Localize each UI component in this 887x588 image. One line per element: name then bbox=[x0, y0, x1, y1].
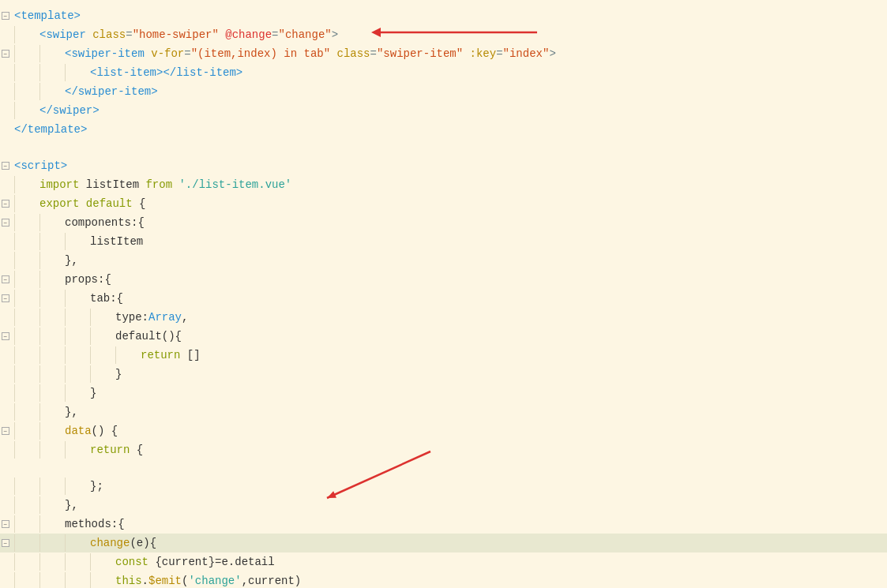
fold-box[interactable]: − bbox=[2, 12, 9, 20]
code-line: −<script> bbox=[0, 156, 887, 175]
fold-gutter[interactable]: − bbox=[0, 275, 11, 283]
code-line: }, bbox=[0, 251, 887, 270]
code-line-content: import listItem from './list-item.vue' bbox=[11, 176, 887, 193]
code-line: }, bbox=[0, 496, 887, 515]
code-line: } bbox=[0, 384, 887, 403]
fold-gutter[interactable]: − bbox=[0, 539, 11, 547]
code-line: <list-item></list-item> bbox=[0, 63, 887, 82]
code-line-content: } bbox=[11, 365, 887, 383]
code-line bbox=[0, 459, 887, 477]
code-line-content: }, bbox=[11, 496, 887, 514]
code-line-content: <template> bbox=[11, 7, 887, 24]
fold-box[interactable]: − bbox=[2, 427, 9, 435]
code-line-content: change(e){ bbox=[11, 534, 887, 552]
code-line: this.$emit('change',current) bbox=[0, 571, 887, 588]
fold-gutter[interactable]: − bbox=[0, 294, 11, 302]
code-line-content: type:Array, bbox=[11, 309, 887, 326]
fold-box[interactable]: − bbox=[2, 539, 9, 547]
fold-box[interactable]: − bbox=[2, 219, 9, 227]
code-line: }, bbox=[0, 403, 887, 421]
fold-gutter[interactable]: − bbox=[0, 427, 11, 435]
code-line: const {current}=e.detail bbox=[0, 552, 887, 571]
fold-gutter[interactable]: − bbox=[0, 520, 11, 528]
code-line: −components:{ bbox=[0, 213, 887, 232]
code-line-content: </template> bbox=[11, 121, 887, 138]
code-line-content: default(){ bbox=[11, 328, 887, 345]
code-line: </template> bbox=[0, 120, 887, 139]
fold-box[interactable]: − bbox=[2, 332, 9, 340]
code-line-content: return { bbox=[11, 441, 887, 459]
code-line-content: tab:{ bbox=[11, 290, 887, 307]
code-line-content: listItem bbox=[11, 233, 887, 250]
code-line: −export default { bbox=[0, 194, 887, 213]
code-line: </swiper> bbox=[0, 101, 887, 120]
code-line-content: components:{ bbox=[11, 214, 887, 231]
code-line-content: </swiper> bbox=[11, 102, 887, 119]
code-line: −methods:{ bbox=[0, 515, 887, 534]
code-line-content: <list-item></list-item> bbox=[11, 64, 887, 81]
code-line: −default(){ bbox=[0, 327, 887, 346]
code-line: −data() { bbox=[0, 421, 887, 440]
fold-gutter[interactable]: − bbox=[0, 219, 11, 227]
code-line: listItem bbox=[0, 232, 887, 251]
fold-box[interactable]: − bbox=[2, 294, 9, 302]
code-line-content: }, bbox=[11, 252, 887, 269]
code-line-content: const {current}=e.detail bbox=[11, 553, 887, 571]
code-line-content: methods:{ bbox=[11, 515, 887, 533]
code-line bbox=[0, 139, 887, 156]
fold-gutter[interactable]: − bbox=[0, 50, 11, 58]
code-line-content: return [] bbox=[11, 346, 887, 364]
code-line: −tab:{ bbox=[0, 289, 887, 308]
code-line: </swiper-item> bbox=[0, 82, 887, 101]
code-line-content: props:{ bbox=[11, 271, 887, 288]
code-line-content: data() { bbox=[11, 422, 887, 440]
fold-gutter[interactable]: − bbox=[0, 12, 11, 20]
code-line: −<swiper-item v-for="(item,index) in tab… bbox=[0, 44, 887, 63]
code-line-content: }; bbox=[11, 478, 887, 495]
code-line: −change(e){ bbox=[0, 534, 887, 552]
code-line-content: export default { bbox=[11, 195, 887, 212]
code-line-content: <swiper-item v-for="(item,index) in tab"… bbox=[11, 45, 887, 62]
fold-gutter[interactable]: − bbox=[0, 200, 11, 208]
code-line-content: <script> bbox=[11, 157, 887, 174]
code-line-content: <swiper class="home-swiper" @change="cha… bbox=[11, 26, 887, 43]
code-line: return [] bbox=[0, 346, 887, 365]
code-line: <swiper class="home-swiper" @change="cha… bbox=[0, 25, 887, 44]
code-editor: −<template><swiper class="home-swiper" @… bbox=[0, 0, 887, 588]
fold-box[interactable]: − bbox=[2, 520, 9, 528]
code-line: }; bbox=[0, 477, 887, 496]
code-line: return { bbox=[0, 440, 887, 459]
fold-box[interactable]: − bbox=[2, 200, 9, 208]
fold-box[interactable]: − bbox=[2, 162, 9, 170]
code-line-content: }, bbox=[11, 403, 887, 421]
fold-box[interactable]: − bbox=[2, 275, 9, 283]
code-line: type:Array, bbox=[0, 308, 887, 327]
fold-gutter[interactable]: − bbox=[0, 162, 11, 170]
code-line: import listItem from './list-item.vue' bbox=[0, 175, 887, 194]
code-line: } bbox=[0, 365, 887, 384]
fold-gutter[interactable]: − bbox=[0, 332, 11, 340]
code-line-content: </swiper-item> bbox=[11, 83, 887, 100]
code-line-content: } bbox=[11, 384, 887, 402]
code-line: −props:{ bbox=[0, 270, 887, 289]
fold-box[interactable]: − bbox=[2, 50, 9, 58]
code-line-content: this.$emit('change',current) bbox=[11, 572, 887, 588]
code-line: −<template> bbox=[0, 6, 887, 25]
